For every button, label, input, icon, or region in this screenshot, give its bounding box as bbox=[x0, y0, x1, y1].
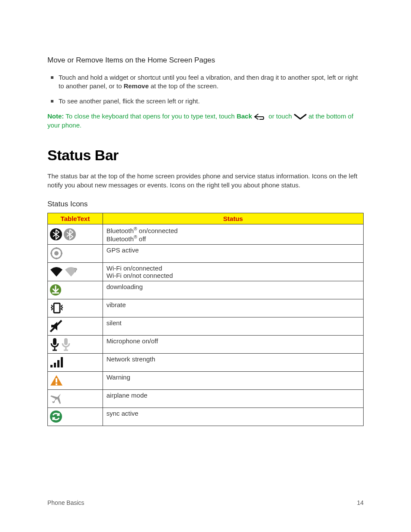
svg-rect-12 bbox=[61, 357, 63, 367]
icon-cell bbox=[48, 244, 103, 262]
status-cell: downloading bbox=[103, 281, 364, 299]
page-footer: Phone Basics 14 bbox=[47, 499, 364, 506]
table-row: downloading bbox=[48, 281, 364, 299]
warning-icon bbox=[50, 374, 63, 386]
bullet-list: Touch and hold a widget or shortcut unti… bbox=[47, 73, 364, 106]
icon-cell bbox=[48, 389, 103, 408]
text: Wi-Fi on/connected bbox=[106, 264, 162, 272]
bullet-item: Touch and hold a widget or shortcut unti… bbox=[59, 73, 364, 91]
table-row: silent bbox=[48, 317, 364, 335]
bluetooth-off-icon bbox=[63, 228, 76, 241]
svg-rect-13 bbox=[56, 378, 57, 383]
text: Wi-Fi on/not connected bbox=[106, 272, 173, 279]
wifi-on-icon bbox=[50, 266, 63, 277]
sync-icon bbox=[50, 410, 62, 423]
note-body: To close the keyboard that opens for you… bbox=[64, 112, 237, 120]
svg-rect-10 bbox=[54, 363, 56, 367]
status-cell: Bluetooth® on/connected Bluetooth® off bbox=[103, 224, 364, 244]
section-heading: Move or Remove Items on the Home Screen … bbox=[47, 56, 364, 65]
table-header-row: TableText Status bbox=[48, 213, 364, 224]
svg-rect-8 bbox=[64, 338, 68, 345]
table-row: GPS active bbox=[48, 244, 364, 262]
bullet-item: To see another panel, flick the screen l… bbox=[59, 97, 364, 106]
svg-rect-14 bbox=[56, 383, 57, 385]
note-text: Note: To close the keyboard that opens f… bbox=[47, 112, 364, 130]
status-cell: Wi-Fi on/connected Wi-Fi on/not connecte… bbox=[103, 262, 364, 281]
icon-cell bbox=[48, 317, 103, 335]
svg-rect-6 bbox=[54, 303, 60, 313]
silent-icon bbox=[50, 320, 62, 333]
page-number: 14 bbox=[357, 499, 364, 506]
svg-point-3 bbox=[54, 251, 59, 255]
status-cell: Microphone on/off bbox=[103, 335, 364, 353]
table-row: Bluetooth® on/connected Bluetooth® off bbox=[48, 224, 364, 244]
airplane-icon bbox=[50, 392, 62, 405]
text: Bluetooth bbox=[106, 227, 134, 234]
status-cell: silent bbox=[103, 317, 364, 335]
table-row: ? Wi-Fi on/connected Wi-Fi on/not connec… bbox=[48, 262, 364, 281]
registered-mark: ® bbox=[134, 226, 137, 231]
bold-word: Remove bbox=[124, 82, 149, 90]
note-label: Note: bbox=[47, 112, 64, 120]
signal-icon bbox=[50, 356, 64, 368]
registered-mark: ® bbox=[134, 234, 137, 240]
svg-point-15 bbox=[50, 411, 62, 423]
icon-cell bbox=[48, 408, 103, 426]
status-cell: Warning bbox=[103, 371, 364, 389]
table-row: Microphone on/off bbox=[48, 335, 364, 353]
download-icon bbox=[50, 284, 62, 296]
status-cell: sync active bbox=[103, 408, 364, 426]
status-icons-table: TableText Status Bluetooth® on/connected… bbox=[47, 213, 364, 426]
th-status: Status bbox=[103, 213, 364, 224]
icon-cell bbox=[48, 353, 103, 371]
icon-cell bbox=[48, 371, 103, 389]
status-cell: GPS active bbox=[103, 244, 364, 262]
table-row: vibrate bbox=[48, 299, 364, 317]
vibrate-icon bbox=[50, 302, 64, 314]
icon-cell bbox=[48, 335, 103, 353]
icon-cell bbox=[48, 281, 103, 299]
mic-on-icon bbox=[50, 337, 60, 351]
intro-paragraph: The status bar at the top of the home sc… bbox=[47, 171, 364, 190]
status-cell: airplane mode bbox=[103, 389, 364, 408]
gps-icon bbox=[50, 246, 63, 260]
icon-cell: ? bbox=[48, 262, 103, 281]
status-cell: vibrate bbox=[103, 299, 364, 317]
back-word: Back bbox=[237, 112, 252, 120]
document-page: Move or Remove Items on the Home Screen … bbox=[0, 0, 411, 532]
icon-cell bbox=[48, 224, 103, 244]
page-title: Status Bar bbox=[47, 147, 364, 164]
table-row: airplane mode bbox=[48, 389, 364, 408]
svg-rect-11 bbox=[57, 360, 59, 367]
mic-off-icon bbox=[61, 337, 71, 351]
footer-section: Phone Basics bbox=[47, 499, 84, 506]
bullet-text: at the top of the screen. bbox=[149, 82, 218, 90]
icon-cell bbox=[48, 299, 103, 317]
table-heading: Status Icons bbox=[47, 200, 364, 208]
wifi-off-icon: ? bbox=[64, 266, 78, 277]
text: Bluetooth bbox=[106, 235, 134, 243]
svg-text:?: ? bbox=[74, 267, 78, 274]
back-icon bbox=[254, 113, 267, 120]
svg-rect-9 bbox=[50, 365, 53, 367]
table-row: sync active bbox=[48, 408, 364, 426]
th-icon: TableText bbox=[48, 213, 103, 224]
svg-rect-7 bbox=[53, 338, 56, 345]
chevron-down-icon bbox=[294, 114, 307, 120]
text: off bbox=[137, 235, 146, 243]
note-body: or touch bbox=[267, 112, 294, 120]
table-row: Network strength bbox=[48, 353, 364, 371]
bluetooth-on-icon bbox=[50, 228, 62, 241]
text: on/connected bbox=[137, 227, 177, 234]
table-row: Warning bbox=[48, 371, 364, 389]
status-cell: Network strength bbox=[103, 353, 364, 371]
